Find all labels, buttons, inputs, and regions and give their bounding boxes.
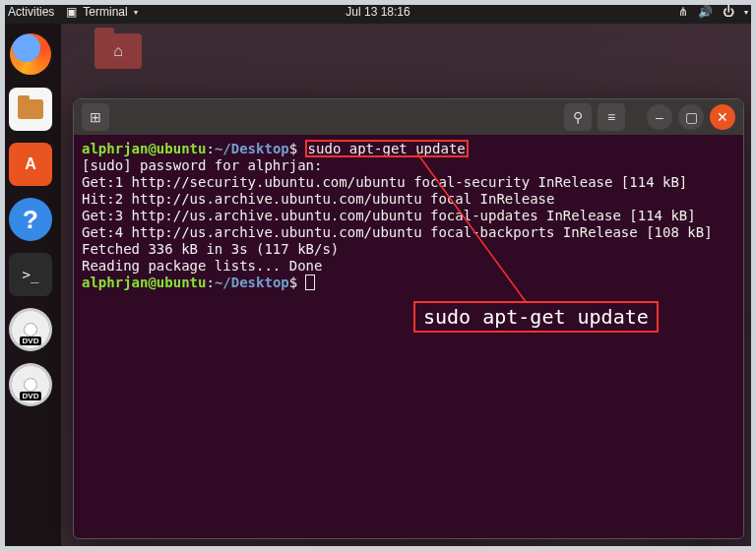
prompt-path: ~/Desktop [215, 275, 289, 290]
dock-dvd-1[interactable]: DVD [6, 305, 55, 354]
search-icon: ⚲ [573, 109, 583, 125]
menu-icon: ≡ [607, 109, 615, 125]
power-icon[interactable]: ⏻ [723, 5, 734, 19]
network-icon[interactable]: ⋔ [678, 5, 688, 19]
terminal-line: Get:4 http://us.archive.ubuntu.com/ubunt… [82, 224, 713, 240]
prompt-user: alphrjan@ubuntu [82, 275, 206, 290]
prompt-sep: : [206, 275, 214, 290]
search-button[interactable]: ⚲ [564, 103, 592, 131]
app-menu[interactable]: ▣ Terminal ▾ [66, 5, 137, 19]
prompt-path: ~/Desktop [215, 141, 289, 156]
dock-firefox[interactable] [6, 30, 55, 79]
activities-button[interactable]: Activities [8, 5, 54, 19]
dvd-icon: DVD [9, 363, 52, 406]
home-icon: ⌂ [94, 33, 142, 69]
volume-icon[interactable]: 🔊 [698, 5, 713, 19]
desktop-home-folder[interactable]: ⌂ [94, 33, 150, 83]
terminal-body[interactable]: alphrjan@ubuntu:~/Desktop$ sudo apt-get … [74, 135, 743, 538]
terminal-line: Get:3 http://us.archive.ubuntu.com/ubunt… [82, 208, 696, 223]
terminal-line: Reading package lists... Done [82, 258, 322, 274]
dock-software[interactable]: A [6, 140, 55, 189]
maximize-button[interactable]: ▢ [678, 104, 704, 130]
minimize-button[interactable]: – [647, 104, 672, 130]
entered-command: sudo apt-get update [306, 141, 468, 156]
app-menu-label: Terminal [83, 5, 127, 19]
prompt-sep: : [206, 141, 214, 156]
help-icon: ? [9, 198, 52, 241]
window-titlebar[interactable]: ⊞ ⚲ ≡ – ▢ ✕ [74, 99, 743, 135]
software-icon: A [9, 143, 52, 186]
chevron-down-icon[interactable]: ▾ [744, 8, 748, 17]
prompt-sym: $ [289, 275, 297, 290]
firefox-icon [10, 33, 51, 75]
terminal-line: Hit:2 http://us.archive.ubuntu.com/ubunt… [82, 191, 554, 207]
terminal-icon: >_ [9, 253, 52, 296]
files-icon [9, 88, 52, 131]
prompt-sym: $ [289, 141, 297, 156]
cursor [306, 276, 314, 289]
dock-files[interactable] [6, 85, 55, 134]
terminal-appicon: ▣ [66, 5, 77, 19]
close-button[interactable]: ✕ [710, 104, 735, 130]
chevron-down-icon: ▾ [134, 8, 138, 17]
hamburger-menu-button[interactable]: ≡ [598, 103, 625, 131]
new-tab-button[interactable]: ⊞ [82, 103, 109, 131]
terminal-line: Get:1 http://security.ubuntu.com/ubuntu … [82, 174, 687, 190]
dock: A ? >_ DVD DVD [0, 24, 61, 551]
annotation-callout: sudo apt-get update [413, 301, 659, 333]
prompt-user: alphrjan@ubuntu [82, 141, 206, 156]
terminal-line: Fetched 336 kB in 3s (117 kB/s) [82, 241, 339, 257]
dock-dvd-2[interactable]: DVD [6, 360, 55, 409]
dvd-icon: DVD [9, 308, 52, 351]
gnome-topbar: Activities ▣ Terminal ▾ Jul 13 18:16 ⋔ 🔊… [0, 0, 756, 24]
dock-help[interactable]: ? [6, 195, 55, 244]
terminal-line: [sudo] password for alphrjan: [82, 157, 322, 173]
dock-terminal[interactable]: >_ [6, 250, 55, 299]
folder-icon: ⌂ [94, 33, 142, 69]
